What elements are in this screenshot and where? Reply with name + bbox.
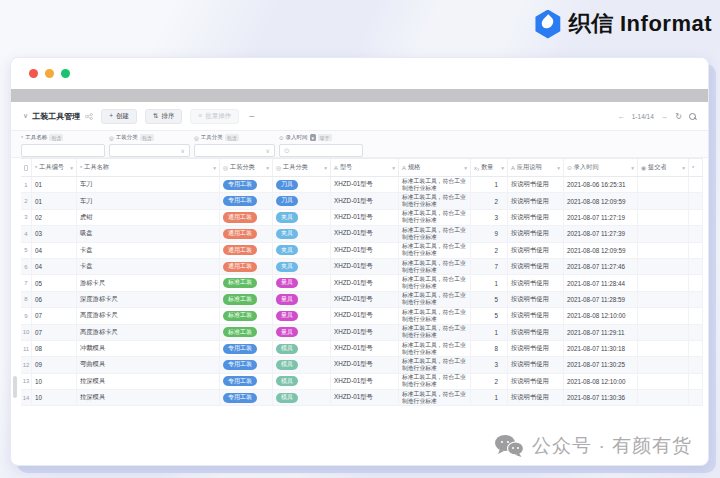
cell-row-select[interactable]: 13 [21,374,32,389]
cell-tool-code[interactable]: 04 [32,243,77,258]
more-actions-button[interactable]: – [249,111,254,121]
column-header-model[interactable]: A型号▾ [331,159,399,176]
close-window-button[interactable] [29,69,38,78]
column-menu-caret-icon[interactable]: ▾ [631,165,634,171]
cell-tool-name[interactable]: 虎钳 [77,210,220,225]
create-button[interactable]: + 创建 [101,109,137,124]
table-row[interactable]: 705游标卡尺标准工装量具XHZD-01型号标准工装工具，符合工业制造行业标准1… [21,275,703,291]
cell-tool-name[interactable]: 游标卡尺 [77,275,220,290]
cell-tool-name[interactable]: 拉深模具 [77,390,220,405]
cell-tool-code[interactable]: 07 [32,325,77,340]
table-row[interactable]: 101车刀专用工装刀具XHZD-01型号标准工装工具，符合工业制造行业标准1按说… [21,177,703,193]
column-header-quantity[interactable]: x₂数量▾ [471,159,508,176]
column-header-tooling-category[interactable]: ◎工装分类▾ [220,159,273,176]
table-row[interactable]: 1007高度游标卡尺标准工装量具XHZD-01型号标准工装工具，符合工业制造行业… [21,325,703,341]
column-header-extra[interactable]: * [689,159,703,176]
column-menu-caret-icon[interactable]: ▾ [464,165,467,171]
select-all-checkbox[interactable] [24,165,28,171]
column-header-usage[interactable]: A应用说明▾ [508,159,564,176]
column-menu-caret-icon[interactable]: ▾ [557,165,560,171]
table-row[interactable]: 806深度游标卡尺标准工装量具XHZD-01型号标准工装工具，符合工业制造行业标… [21,292,703,308]
cell-tool-code[interactable]: 01 [32,177,77,192]
cell-tool-name[interactable]: 高度游标卡尺 [77,325,220,340]
share-icon[interactable] [85,113,93,120]
cell-tool-code[interactable]: 01 [32,193,77,208]
cell-tool-name[interactable]: 拉深模具 [77,374,220,389]
column-menu-caret-icon[interactable]: ▾ [324,165,327,171]
column-menu-caret-icon[interactable]: ▾ [266,165,269,171]
table-row[interactable]: 201车刀专用工装刀具XHZD-01型号标准工装工具，符合工业制造行业标准2按说… [21,193,703,209]
scrollbar-grip[interactable] [13,376,17,398]
cell-tool-code[interactable]: 07 [32,308,77,323]
cell-row-select[interactable]: 4 [21,226,32,241]
sort-button-label: 排序 [161,112,174,121]
cell-row-select[interactable]: 10 [21,325,32,340]
table-row[interactable]: 1310拉深模具专用工装模具XHZD-01型号标准工装工具，符合工业制造行业标准… [21,374,703,390]
column-menu-caret-icon[interactable]: ▾ [70,165,73,171]
cell-tool-code[interactable]: 10 [32,390,77,405]
cell-tool-code[interactable]: 05 [32,275,77,290]
column-menu-caret-icon[interactable]: ▾ [213,165,216,171]
cell-tool-code[interactable]: 04 [32,259,77,274]
minimize-window-button[interactable] [45,69,54,78]
column-header-submitter[interactable]: ◉提交者▾ [638,159,689,176]
cell-tool-code[interactable]: 10 [32,374,77,389]
cell-tool-code[interactable]: 03 [32,226,77,241]
prev-page-arrow-icon[interactable]: ← [617,112,625,121]
sort-button[interactable]: ⇅ 排序 [145,109,182,124]
cell-tool-name[interactable]: 吸盘 [77,226,220,241]
cell-tool-name[interactable]: 车刀 [77,193,220,208]
collapse-chevron-icon[interactable]: ∨ [23,112,28,120]
table-row[interactable]: 504卡盘通用工装夹具XHZD-01型号标准工装工具，符合工业制造行业标准2按说… [21,243,703,259]
table-row[interactable]: 1410拉深模具专用工装模具XHZD-01型号标准工装工具，符合工业制造行业标准… [21,390,703,406]
cell-tool-name[interactable]: 冲裁模具 [77,341,220,356]
column-header-tool-category[interactable]: ◎工具分类▾ [273,159,331,176]
table-row[interactable]: 907高度游标卡尺标准工装量具XHZD-01型号标准工装工具，符合工业制造行业标… [21,308,703,324]
table-row[interactable]: 1108冲裁模具专用工装模具XHZD-01型号标准工装工具，符合工业制造行业标准… [21,341,703,357]
column-menu-caret-icon[interactable]: ▾ [501,165,504,171]
batch-actions-button[interactable]: ≡ 批量操作 [190,109,239,124]
cell-row-select[interactable]: 6 [21,259,32,274]
cell-tool-name[interactable]: 深度游标卡尺 [77,292,220,307]
cell-tool-code[interactable]: 02 [32,210,77,225]
table-row[interactable]: 302虎钳通用工装夹具XHZD-01型号标准工装工具，符合工业制造行业标准3按说… [21,210,703,226]
column-menu-caret-icon[interactable]: ▾ [682,165,685,171]
cell-tool-name[interactable]: 卡盘 [77,243,220,258]
filter-settings-chip[interactable]: ▾ [310,134,316,141]
cell-tool-name[interactable]: 弯曲模具 [77,357,220,372]
next-page-arrow-icon[interactable]: → [661,112,669,121]
cell-row-select[interactable]: 11 [21,341,32,356]
tooling-category-filter-select[interactable]: ∨ [109,144,190,157]
cell-tool-name[interactable]: 高度游标卡尺 [77,308,220,323]
column-header-spec[interactable]: A规格▾ [399,159,471,176]
cell-tool-name[interactable]: 卡盘 [77,259,220,274]
column-header-entry-time[interactable]: ⊙录入时间▾ [564,159,638,176]
refresh-icon[interactable]: ↻ [675,112,682,121]
cell-row-select[interactable]: 1 [21,177,32,192]
search-icon[interactable] [689,113,696,120]
entry-time-filter-input[interactable]: ⊙ [279,144,363,157]
tool-name-filter-input[interactable] [21,144,105,157]
cell-model: XHZD-01型号 [331,210,399,225]
tool-category-filter-select[interactable]: ∨ [194,144,275,157]
column-header-row-select[interactable] [21,159,32,176]
cell-tool-code[interactable]: 09 [32,357,77,372]
column-menu-caret-icon[interactable]: ▾ [392,165,395,171]
cell-tool-code[interactable]: 08 [32,341,77,356]
cell-row-select[interactable]: 7 [21,275,32,290]
column-header-tool-code[interactable]: *工具编号▾ [32,159,77,176]
cell-row-select[interactable]: 8 [21,292,32,307]
cell-row-select[interactable]: 14 [21,390,32,405]
cell-row-select[interactable]: 9 [21,308,32,323]
cell-row-select[interactable]: 12 [21,357,32,372]
maximize-window-button[interactable] [61,69,70,78]
column-header-tool-name[interactable]: *工具名称▾ [77,159,220,176]
table-row[interactable]: 1209弯曲模具专用工装模具XHZD-01型号标准工装工具，符合工业制造行业标准… [21,357,703,373]
cell-tool-name[interactable]: 车刀 [77,177,220,192]
cell-row-select[interactable]: 3 [21,210,32,225]
table-row[interactable]: 604卡盘通用工装夹具XHZD-01型号标准工装工具，符合工业制造行业标准7按说… [21,259,703,275]
cell-tool-code[interactable]: 06 [32,292,77,307]
cell-row-select[interactable]: 5 [21,243,32,258]
cell-row-select[interactable]: 2 [21,193,32,208]
table-row[interactable]: 403吸盘通用工装夹具XHZD-01型号标准工装工具，符合工业制造行业标准9按说… [21,226,703,242]
